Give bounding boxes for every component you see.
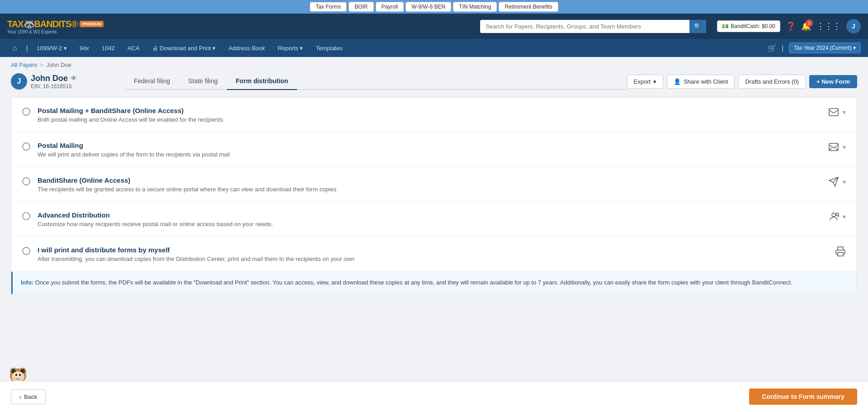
option-banditshare-icon: ▾	[828, 176, 846, 187]
nav-divider: |	[26, 44, 28, 52]
search-button[interactable]: 🔍	[689, 20, 706, 33]
drafts-errors-button[interactable]: Drafts and Errors (0)	[738, 75, 805, 89]
bandit-cash-value: BanditCash: $0.00	[731, 23, 775, 29]
logo-area: TAX🦝BANDITS® PREMIUM Your 1099 & W2 Expe…	[7, 19, 104, 34]
option-advanced-distribution: Advanced Distribution Customize how many…	[11, 202, 857, 237]
page-header: J John Doe 👁 EIN: 16-1616516 Federal fil…	[11, 73, 857, 90]
option-postal-mailing-desc: We will print and deliver copies of the …	[38, 151, 828, 158]
breadcrumb-all-payers[interactable]: All Payers	[11, 62, 38, 68]
nav-address-book[interactable]: Address Book	[223, 42, 270, 54]
info-label: Info:	[21, 279, 33, 286]
export-button[interactable]: Export ▾	[627, 75, 664, 89]
tabs: Federal filing State filing Form distrib…	[125, 73, 627, 90]
breadcrumb-separator: >	[40, 62, 44, 68]
chevron-down-icon-3[interactable]: ▾	[843, 178, 846, 185]
topbar-payroll[interactable]: Payroll	[376, 2, 404, 12]
svg-rect-0	[829, 109, 838, 116]
chevron-down-icon-2[interactable]: ▾	[843, 143, 846, 151]
export-label: Export	[634, 78, 651, 85]
nav-1042[interactable]: 1042	[96, 42, 120, 54]
nav-94x[interactable]: 94x	[74, 42, 94, 54]
payer-details: John Doe 👁 EIN: 16-1616516	[31, 74, 77, 90]
svg-line-3	[835, 148, 838, 151]
radio-banditshare[interactable]	[22, 177, 30, 185]
nav-reports[interactable]: Reports ▾	[272, 42, 308, 54]
option-self-print-title: I will print and distribute forms by mys…	[38, 246, 835, 254]
new-form-button[interactable]: + New Form	[809, 75, 857, 88]
radio-advanced-distribution[interactable]	[22, 212, 30, 220]
logo-top: TAX🦝BANDITS® PREMIUM	[7, 19, 104, 29]
svg-line-2	[829, 148, 832, 151]
share-icon: 👤	[674, 78, 681, 85]
distribution-options-container: Postal Mailing + BanditShare (Online Acc…	[11, 97, 857, 294]
option-banditshare: BanditShare (Online Access) The recipien…	[11, 167, 857, 202]
option-self-print-desc: After transmitting, you can download cop…	[38, 256, 835, 262]
logo-sub: Your 1099 & W2 Experts	[7, 29, 104, 34]
search-bar: 🔍	[480, 20, 706, 33]
topbar-tin-matching[interactable]: TIN Matching	[453, 2, 497, 12]
option-postal-mailing: Postal Mailing We will print and deliver…	[11, 133, 857, 167]
tab-state-filing[interactable]: State filing	[179, 73, 226, 90]
header-actions-right: Export ▾ 👤 Share with Client Drafts and …	[627, 75, 857, 89]
nav-1099w2[interactable]: 1099/W-2 ▾	[31, 42, 72, 54]
option-postal-banditshare-title: Postal Mailing + BanditShare (Online Acc…	[38, 107, 828, 114]
nav-right: 🛒 | Tax Year 2024 (Current) ▾	[768, 43, 861, 53]
payer-name: John Doe	[31, 74, 68, 83]
option-self-print: I will print and distribute forms by mys…	[11, 237, 857, 272]
nav-download-print[interactable]: 🖨 Download and Print ▾	[147, 42, 222, 54]
option-postal-banditshare-desc: Both postal mailing and Online Access wi…	[38, 116, 828, 123]
option-postal-banditshare-content: Postal Mailing + BanditShare (Online Acc…	[38, 107, 828, 123]
tax-year-selector[interactable]: Tax Year 2024 (Current) ▾	[789, 43, 861, 53]
option-advanced-distribution-icon: ▾	[828, 211, 846, 222]
nav-home[interactable]: ⌂	[7, 41, 23, 55]
chevron-down-icon-4[interactable]: ▾	[843, 213, 846, 220]
top-bar: Tax Forms BOIR Payroll W-9/W-8 BEN TIN M…	[0, 0, 868, 14]
search-input[interactable]	[480, 20, 689, 33]
premium-badge: PREMIUM	[80, 21, 104, 27]
eye-icon[interactable]: 👁	[71, 75, 77, 82]
bandit-cash-icon: 💵	[722, 23, 729, 29]
nav-aca[interactable]: ACA	[122, 42, 145, 54]
share-with-client-button[interactable]: 👤 Share with Client	[667, 75, 735, 89]
notification-badge: 2	[806, 19, 813, 27]
user-avatar[interactable]: J	[846, 19, 861, 33]
nav-templates[interactable]: Templates	[310, 42, 348, 54]
radio-postal-banditshare[interactable]	[22, 108, 30, 116]
nav-bar: ⌂ | 1099/W-2 ▾ 94x 1042 ACA 🖨 Download a…	[0, 39, 868, 57]
svg-point-7	[836, 213, 839, 216]
radio-self-print[interactable]	[22, 247, 30, 255]
chevron-down-icon[interactable]: ▾	[843, 109, 846, 116]
payer-ein: EIN: 16-1616516	[31, 83, 77, 90]
tab-form-distribution[interactable]: Form distribution	[227, 73, 297, 90]
payer-avatar: J	[11, 73, 27, 90]
topbar-boir[interactable]: BOIR	[349, 2, 373, 12]
header-actions: 💵 BanditCash: $0.00 ❓ 🔔 2 ⋮⋮⋮ J	[717, 19, 861, 33]
notifications-button[interactable]: 🔔 2	[801, 21, 811, 31]
option-self-print-icon	[835, 246, 846, 257]
option-postal-mailing-title: Postal Mailing	[38, 142, 828, 149]
option-postal-mailing-content: Postal Mailing We will print and deliver…	[38, 142, 828, 158]
export-chevron-icon: ▾	[653, 78, 656, 85]
radio-postal-mailing[interactable]	[22, 142, 30, 151]
payer-info: J John Doe 👁 EIN: 16-1616516	[11, 73, 110, 90]
logo-text: TAX🦝BANDITS®	[7, 19, 77, 29]
topbar-retirement[interactable]: Retirement Benefits	[499, 2, 558, 12]
breadcrumb-current: John Doe	[46, 62, 71, 68]
option-postal-mailing-icon: ▾	[828, 142, 846, 152]
svg-point-6	[832, 213, 835, 217]
cart-icon[interactable]: 🛒	[768, 44, 777, 52]
topbar-tax-forms[interactable]: Tax Forms	[310, 2, 347, 12]
bandit-cash-display[interactable]: 💵 BanditCash: $0.00	[717, 20, 780, 32]
info-text: Once you submit the forms, the PDFs will…	[35, 279, 793, 286]
tab-federal-filing[interactable]: Federal filing	[125, 73, 179, 90]
option-postal-banditshare: Postal Mailing + BanditShare (Online Acc…	[11, 98, 857, 133]
info-box: Info: Once you submit the forms, the PDF…	[11, 272, 857, 294]
option-advanced-distribution-title: Advanced Distribution	[38, 211, 828, 219]
breadcrumb: All Payers > John Doe	[0, 57, 868, 73]
option-banditshare-title: BanditShare (Online Access)	[38, 176, 828, 184]
apps-button[interactable]: ⋮⋮⋮	[816, 21, 841, 31]
option-banditshare-content: BanditShare (Online Access) The recipien…	[38, 176, 828, 193]
topbar-w9w8ben[interactable]: W-9/W-8 BEN	[406, 2, 451, 12]
nav-right-divider: |	[782, 44, 784, 52]
help-button[interactable]: ❓	[786, 21, 796, 31]
